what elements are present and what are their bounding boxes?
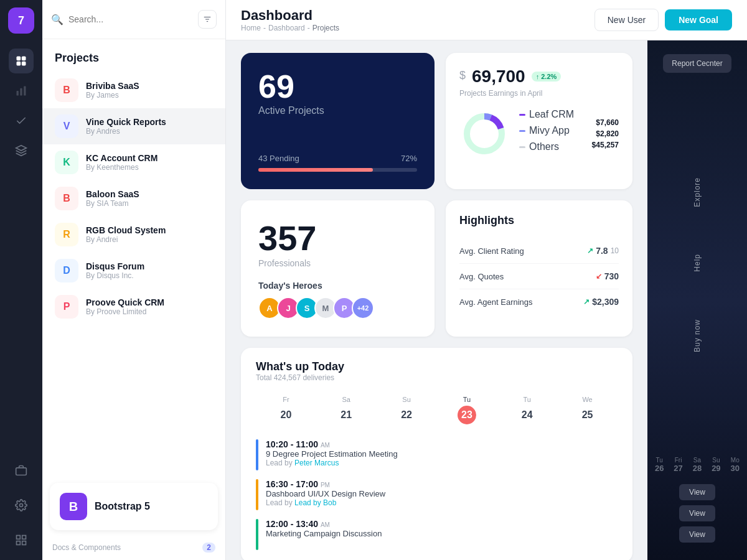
project-item-2[interactable]: K KC Account CRM By Keenthemes [42,144,225,180]
active-projects-label: Active Projects [258,105,417,116]
svg-rect-6 [24,86,26,96]
today-card: What's up Today Total 424,567 deliveries… [241,348,632,560]
projects-panel: 🔍 Projects B Briviba SaaS By James V Vin… [42,0,226,560]
svg-rect-10 [17,536,21,539]
project-item-6[interactable]: P Proove Quick CRM By Proove Limited [42,289,225,325]
view-button-2[interactable]: View [679,505,715,521]
new-user-button[interactable]: New User [594,9,659,31]
event-bar-1 [256,439,258,470]
event-person-link-1[interactable]: Peter Marcus [294,459,339,467]
svg-rect-11 [22,536,26,539]
project-item-1[interactable]: V Vine Quick Reports By Andres [42,108,225,144]
search-input[interactable] [68,14,193,24]
help-tab[interactable]: Help [685,243,709,283]
avatars-row: A J S M P +42 [258,297,417,319]
pending-row: 43 Pending 72% [258,154,417,163]
cal-day-24[interactable]: Tu 24 [497,392,557,428]
trend-up-icon-2: ↗ [583,297,590,306]
sidebar-item-briefcase[interactable] [9,458,34,483]
active-projects-count: 69 [258,70,417,103]
svg-marker-7 [16,146,27,151]
page-title: Dashboard [241,7,339,24]
row-1: 69 Active Projects 43 Pending 72% $ 69,7… [241,53,632,189]
sidebar-item-layers[interactable] [9,138,34,163]
cal-day-21[interactable]: Sa 21 [316,392,377,428]
today-top: What's up Today Total 424,567 deliveries [256,360,618,382]
grid-and-right: 69 Active Projects 43 Pending 72% $ 69,7… [226,40,747,560]
cal-day-22[interactable]: Su 22 [377,392,437,428]
project-info-6: Proove Quick CRM By Proove Limited [86,297,164,316]
top-actions: New User New Goal [594,9,732,31]
project-info-5: Disqus Forum By Disqus Inc. [86,261,144,280]
project-item-3[interactable]: B Baloon SaaS By SIA Team [42,180,225,217]
project-info-2: KC Account CRM By Keenthemes [86,153,157,172]
project-item-4[interactable]: R RGB Cloud System By Andrei [42,217,225,253]
project-item-5[interactable]: D Disqus Forum By Disqus Inc. [42,253,225,289]
progress-bar-fill [258,168,373,172]
report-center-button[interactable]: Report Cecnter [663,54,731,73]
row-2: 357 Professionals Today's Heroes A J S M… [241,200,632,337]
breadcrumb: Home - Dashboard - Projects [241,24,339,32]
svg-rect-4 [17,91,19,96]
bootstrap-name: Bootstrap 5 [95,501,150,512]
progress-bar-bg [258,168,417,172]
highlights-title: Highlights [459,214,619,227]
calendar-row: Fr 20 Sa 21 Su 22 Tu 23 [256,392,618,428]
explore-tab[interactable]: Explore [685,166,709,218]
sidebar-item-settings[interactable] [9,493,34,518]
earnings-card: $ 69,700 ↑ 2.2% Projects Earnings in Apr… [446,53,632,189]
event-2: 16:30 - 17:00 PM Dashboard UI/UX Design … [256,479,618,510]
sidebar-item-check[interactable] [9,108,34,133]
earnings-top: $ 69,700 ↑ 2.2% [459,67,619,86]
event-person-link-2[interactable]: Lead by Bob [294,498,336,507]
avatar-more: +42 [352,297,374,319]
new-goal-button[interactable]: New Goal [665,9,732,30]
page-title-section: Dashboard Home - Dashboard - Projects [241,7,339,32]
project-logo-3: B [55,187,78,210]
project-info-4: RGB Cloud System By Andrei [86,225,166,244]
active-projects-card: 69 Active Projects 43 Pending 72% [241,53,435,189]
today-title: What's up Today [256,360,618,373]
project-logo-1: V [55,114,78,138]
bootstrap-card[interactable]: B Bootstrap 5 [50,483,218,530]
svg-point-9 [20,504,23,507]
filter-button[interactable] [198,10,217,29]
svg-rect-2 [17,62,21,66]
bootstrap-logo: B [60,493,87,520]
highlight-row-2: Avg. Quotes ↙ 730 [459,264,619,289]
trend-down-icon: ↙ [596,272,602,281]
project-logo-0: B [55,78,78,102]
project-info-3: Baloon SaaS By SIA Team [86,189,139,208]
sidebar-item-chart[interactable] [9,78,34,103]
project-logo-4: R [55,223,78,246]
svg-rect-13 [22,541,26,545]
professionals-label: Professionals [258,258,417,268]
sidebar-item-grid[interactable] [9,49,34,73]
event-1: 10:20 - 11:00 AM 9 Degree Project Estima… [256,439,618,470]
legend-leaf-crm: Leaf CRM [519,109,582,120]
donut-chart [459,109,509,159]
project-logo-5: D [55,259,78,282]
sidebar: 7 [0,0,42,560]
main-content: Dashboard Home - Dashboard - Projects Ne… [226,0,747,560]
legend-mivy-app: Mivy App [519,125,582,136]
cal-day-25[interactable]: We 25 [557,392,618,428]
legend-values: $7,660 $2,820 $45,257 [592,118,619,149]
today-subtitle: Total 424,567 deliveries [256,373,618,382]
professionals-card: 357 Professionals Today's Heroes A J S M… [241,200,435,337]
svg-rect-12 [17,541,21,545]
trend-up-icon: ↗ [587,246,593,255]
project-logo-2: K [55,151,78,174]
user-avatar[interactable]: 7 [8,7,34,34]
buy-now-tab[interactable]: Buy now [685,308,709,363]
svg-rect-5 [20,88,22,96]
view-button-3[interactable]: View [679,526,715,543]
project-item-0[interactable]: B Briviba SaaS By James [42,72,225,108]
view-button-1[interactable]: View [679,484,715,500]
cal-day-23[interactable]: Tu 23 [436,392,497,428]
cal-day-20[interactable]: Fr 20 [256,392,316,428]
docs-bar[interactable]: Docs & Components 2 [42,538,225,560]
sidebar-item-grid2[interactable] [9,528,34,553]
professionals-count: 357 [258,218,417,258]
grid-scroll: 69 Active Projects 43 Pending 72% $ 69,7… [226,40,647,560]
